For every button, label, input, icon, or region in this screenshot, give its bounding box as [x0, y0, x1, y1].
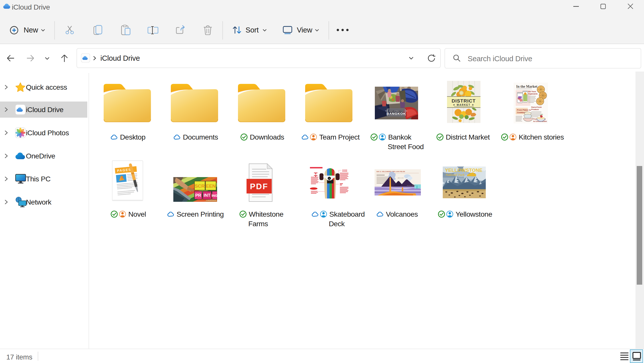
- svg-text:Cupboards: Cupboards: [528, 93, 538, 95]
- svg-text:DISTRICT: DISTRICT: [452, 98, 476, 104]
- svg-text:EEN: EEN: [206, 183, 216, 189]
- svg-text:SCR: SCR: [195, 183, 205, 189]
- svg-text:Fill Them: Fill Them: [528, 91, 536, 92]
- svg-text:PDF: PDF: [250, 182, 268, 191]
- svg-text:YELLOWSTONE: YELLOWSTONE: [445, 168, 482, 173]
- svg-text:INT: INT: [204, 193, 211, 198]
- svg-text:ING: ING: [212, 194, 217, 197]
- svg-text:National Park: National Park: [445, 173, 465, 177]
- svg-text:✦ MARKET ✦: ✦ MARKET ✦: [453, 104, 474, 106]
- svg-text:BANGKOK: BANGKOK: [387, 112, 406, 116]
- svg-text:Farm-Fresh: Farm-Fresh: [531, 106, 542, 108]
- svg-text:PR: PR: [195, 193, 201, 198]
- svg-text:THE BEST STREET FOOD IN: THE BEST STREET FOOD IN: [385, 110, 407, 112]
- svg-text:ASH CLOUD: ASH CLOUD: [398, 177, 404, 179]
- svg-text:MAGMA CHAMBER: MAGMA CHAMBER: [407, 185, 416, 186]
- svg-text:From Plates to: From Plates to: [517, 109, 531, 111]
- svg-text:Produce: Produce: [531, 108, 539, 111]
- svg-text:A WORKSHOP: A WORKSHOP: [206, 200, 216, 201]
- svg-text:In the Market: In the Market: [516, 85, 537, 88]
